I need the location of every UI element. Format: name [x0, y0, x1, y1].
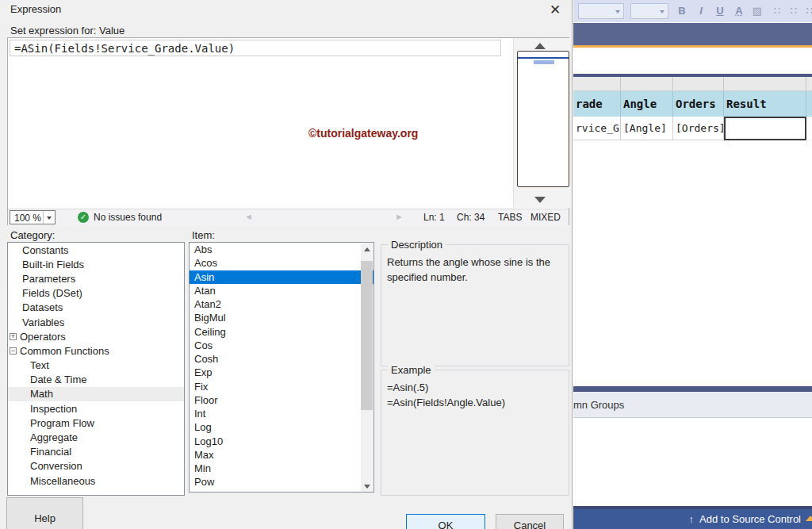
category-list[interactable]: ConstantsBuilt-in FieldsParametersFields… — [7, 242, 185, 496]
column-handle[interactable] — [621, 77, 673, 90]
dialog-title: Expression — [10, 3, 61, 15]
scroll-down-icon[interactable] — [364, 485, 370, 489]
item-pow[interactable]: Pow — [190, 475, 373, 489]
example-line: =Asin(Fields!Angle.Value) — [387, 395, 563, 410]
font-size-dropdown[interactable] — [630, 3, 668, 19]
item-acos[interactable]: Acos — [190, 256, 373, 270]
item-list[interactable]: AbsAcosAsinAtanAtan2BigMulCeilingCosCosh… — [189, 242, 374, 493]
item-atan2[interactable]: Atan2 — [190, 297, 373, 311]
scroll-down-icon[interactable] — [534, 197, 546, 203]
item-max[interactable]: Max — [190, 448, 373, 462]
category-item-parameters[interactable]: Parameters — [8, 271, 184, 286]
category-item-math[interactable]: Math — [8, 387, 184, 401]
column-handle[interactable] — [724, 77, 806, 90]
item-abs[interactable]: Abs — [190, 243, 373, 256]
tablix-header-cell[interactable]: Orders — [673, 91, 724, 117]
item-log[interactable]: Log — [190, 420, 373, 434]
category-item-inspection[interactable]: Inspection — [8, 401, 184, 416]
item-round[interactable]: Round — [190, 489, 373, 493]
category-item-aggregate[interactable]: Aggregate — [8, 430, 184, 444]
zoom-dropdown[interactable]: 100 % — [10, 210, 56, 224]
expression-text[interactable]: =ASin(Fields!Service_Grade.Value) — [10, 42, 235, 55]
item-label: Item: — [192, 229, 215, 241]
watermark-text: ©tutorialgateway.org — [308, 127, 418, 140]
font-color-button[interactable]: A — [731, 3, 747, 19]
item-asin[interactable]: Asin — [190, 270, 373, 284]
column-handles-row[interactable] — [573, 77, 812, 91]
chevron-down-icon[interactable] — [43, 211, 55, 224]
category-item-datasets[interactable]: Datasets — [8, 301, 184, 315]
example-groupbox: Example =Asin(.5)=Asin(Fields!Angle.Valu… — [381, 370, 569, 496]
intellisense-selection[interactable] — [534, 60, 554, 64]
accent-line — [573, 45, 812, 48]
underline-button[interactable]: U — [712, 3, 728, 19]
tabs-indicator: TABS — [498, 212, 522, 223]
expression-edit-area[interactable]: =ASin(Fields!Service_Grade.Value) ©tutor… — [8, 38, 512, 208]
item-int[interactable]: Int — [190, 407, 373, 420]
category-item-date-time[interactable]: Date & Time — [8, 373, 184, 387]
item-atan[interactable]: Atan — [190, 284, 373, 297]
item-bigmul[interactable]: BigMul — [190, 311, 373, 324]
item-min[interactable]: Min — [190, 462, 373, 475]
collapse-icon[interactable]: − — [10, 347, 17, 355]
hscroll-right-icon[interactable]: ► — [395, 212, 404, 221]
ok-button[interactable]: OK — [406, 514, 485, 529]
column-handle[interactable] — [673, 77, 724, 90]
bold-button[interactable]: B — [674, 3, 690, 19]
scrollbar-thumb[interactable] — [361, 261, 373, 410]
tablix-cell[interactable]: [Orders] — [673, 117, 724, 140]
category-item-operators[interactable]: +Operators — [8, 329, 184, 343]
item-cos[interactable]: Cos — [190, 339, 373, 352]
item-log10[interactable]: Log10 — [190, 435, 373, 448]
italic-button[interactable]: I — [693, 3, 709, 19]
category-item-built-in-fields[interactable]: Built-in Fields — [8, 257, 184, 271]
tablix-header-cell[interactable]: Result — [724, 91, 806, 117]
zoom-value: 100 % — [14, 213, 41, 224]
category-item-miscellaneous[interactable]: Miscellaneous — [8, 473, 184, 488]
column-handle[interactable] — [573, 77, 621, 90]
scroll-up-icon[interactable] — [534, 43, 546, 49]
description-text: Returns the angle whose sine is the spec… — [387, 255, 563, 285]
category-item-label: Built-in Fields — [22, 259, 84, 270]
outdent-button[interactable]: ∷ — [786, 3, 802, 19]
category-item-label: Constants — [22, 244, 69, 256]
tablix-cell-result[interactable] — [724, 117, 806, 140]
item-cosh[interactable]: Cosh — [190, 352, 373, 366]
fill-color-button[interactable]: ▨ — [749, 3, 765, 19]
font-family-dropdown[interactable] — [578, 3, 624, 19]
category-item-fields-dset-[interactable]: Fields (DSet) — [8, 286, 184, 301]
indent-button[interactable]: ∷ — [769, 3, 785, 19]
tablix-cell[interactable]: rvice_Gr — [573, 117, 621, 140]
category-item-constants[interactable]: Constants — [8, 243, 184, 257]
expand-icon[interactable]: + — [10, 333, 17, 340]
item-floor[interactable]: Floor — [190, 393, 373, 407]
category-item-conversion[interactable]: Conversion — [8, 459, 184, 473]
scroll-up-icon[interactable] — [364, 247, 370, 251]
current-line[interactable]: =ASin(Fields!Service_Grade.Value) — [10, 40, 501, 56]
item-ceiling[interactable]: Ceiling — [190, 325, 373, 339]
tablix-data-row: rvice_Gr[Angle][Orders] — [573, 117, 812, 140]
editor-status-bar: 100 % ✓ No issues found ◄ ► Ln: 1 Ch: 34… — [8, 209, 569, 225]
tablix-header-cell[interactable]: rade — [573, 91, 621, 117]
item-exp[interactable]: Exp — [190, 366, 373, 379]
category-item-variables[interactable]: Variables — [8, 315, 184, 329]
help-button[interactable]: Help — [6, 497, 83, 529]
tablix-header-cell[interactable]: Angle — [621, 91, 673, 117]
upload-arrow-icon: ↑ — [689, 513, 695, 525]
tablix-cell[interactable]: [Angle] — [621, 117, 673, 140]
category-item-text[interactable]: Text — [8, 358, 184, 373]
category-item-common-functions[interactable]: −Common Functions — [8, 343, 184, 358]
category-item-financial[interactable]: Financial — [8, 445, 184, 459]
close-icon[interactable]: ✕ — [546, 2, 564, 19]
expression-editor: =ASin(Fields!Service_Grade.Value) ©tutor… — [7, 37, 569, 225]
hscroll-left-icon[interactable]: ◄ — [244, 212, 253, 221]
category-item-program-flow[interactable]: Program Flow — [8, 416, 184, 430]
column-groups-panel: mn Groups — [573, 392, 812, 418]
item-list-scrollbar[interactable] — [361, 243, 373, 493]
cancel-button[interactable]: Cancel — [496, 514, 564, 529]
category-item-label: Conversion — [30, 460, 82, 472]
intellisense-popup[interactable] — [517, 51, 569, 187]
list-button[interactable]: ∷ — [802, 3, 812, 19]
item-fix[interactable]: Fix — [190, 380, 373, 393]
add-to-source-control-button[interactable]: Add to Source Control — [699, 513, 801, 525]
